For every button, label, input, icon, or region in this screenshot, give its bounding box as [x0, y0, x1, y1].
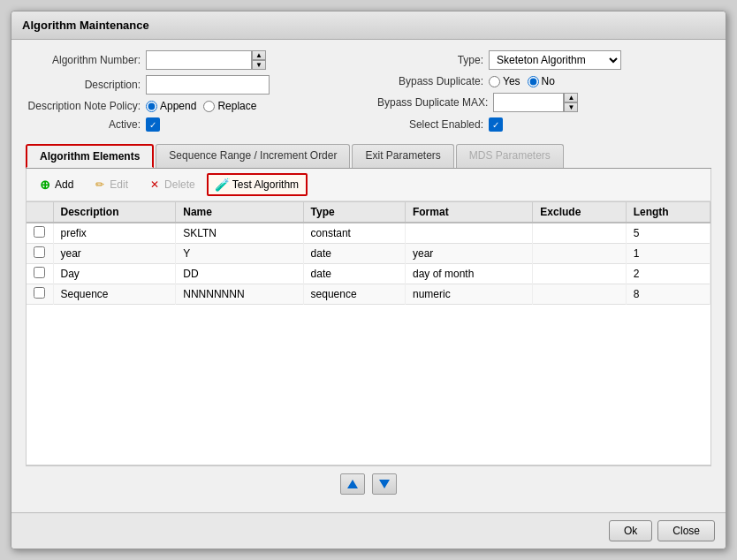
row-1-exclude — [533, 244, 626, 264]
bypass-yes-radio[interactable] — [489, 76, 500, 87]
row-1-length: 1 — [626, 244, 710, 264]
edit-label: Edit — [110, 178, 128, 191]
table-row[interactable]: prefix SKLTN constant 5 — [27, 223, 710, 244]
delete-button[interactable]: ✕ Delete — [140, 174, 203, 195]
description-row: Description: — [26, 75, 360, 95]
table-container: Description Name Type Format Exclude Len… — [26, 201, 711, 465]
col-exclude: Exclude — [533, 202, 626, 223]
algorithm-number-spinner: 20001 ▲ ▼ — [146, 50, 266, 70]
algorithm-number-label: Algorithm Number: — [26, 54, 141, 66]
col-type: Type — [303, 202, 405, 223]
select-enabled-checkbox[interactable]: ✓ — [489, 117, 503, 132]
bypass-duplicate-label: Bypass Duplicate: — [377, 75, 483, 87]
col-description: Description — [53, 202, 176, 223]
row-1-type: date — [303, 244, 405, 264]
algorithm-number-down-btn[interactable]: ▼ — [252, 60, 266, 70]
row-3-type: sequence — [303, 284, 405, 305]
tab-exit-parameters[interactable]: Exit Parameters — [352, 144, 453, 168]
active-checkbox[interactable]: ✓ — [146, 117, 160, 132]
table-row[interactable]: Day DD date day of month 2 — [27, 264, 710, 284]
nav-up-icon — [346, 479, 359, 489]
add-icon: ⊕ — [38, 178, 52, 192]
row-3-checkbox[interactable] — [34, 287, 45, 299]
table-row[interactable]: Sequence NNNNNNNN sequence numeric 8 — [27, 284, 710, 305]
bypass-max-spinner-buttons: ▲ ▼ — [564, 93, 578, 112]
tab-sequence-range[interactable]: Sequence Range / Increment Order — [156, 144, 350, 168]
type-label: Type: — [377, 54, 483, 66]
row-0-format — [405, 223, 532, 244]
active-row: Active: ✓ — [26, 117, 360, 132]
bypass-no-radio[interactable] — [528, 76, 539, 87]
policy-replace-item: Replace — [203, 100, 256, 112]
col-length: Length — [626, 202, 710, 223]
bypass-max-row: Bypass Duplicate MAX: 0 ▲ ▼ — [377, 93, 711, 112]
elements-table: Description Name Type Format Exclude Len… — [27, 202, 710, 305]
col-format: Format — [405, 202, 532, 223]
bypass-yes-item: Yes — [489, 75, 520, 87]
tab-algorithm-elements[interactable]: Algorithm Elements — [26, 144, 154, 168]
form-left: Algorithm Number: 20001 ▲ ▼ Description: — [26, 50, 360, 132]
select-enabled-row: Select Enabled: ✓ — [377, 117, 711, 132]
row-3-format: numeric — [405, 284, 532, 305]
row-0-description: prefix — [53, 223, 176, 244]
bypass-max-input[interactable]: 0 — [493, 93, 564, 112]
policy-replace-radio[interactable] — [203, 101, 215, 112]
bypass-max-spinner: 0 ▲ ▼ — [493, 93, 578, 112]
row-0-type: constant — [303, 223, 405, 244]
active-label: Active: — [26, 118, 141, 131]
nav-down-button[interactable] — [372, 473, 397, 495]
row-3-name: NNNNNNNN — [176, 284, 303, 305]
row-3-description: Sequence — [53, 284, 176, 305]
close-button[interactable]: Close — [657, 520, 715, 541]
bypass-yes-label: Yes — [503, 75, 520, 87]
ok-button[interactable]: Ok — [609, 520, 652, 541]
bypass-max-down-btn[interactable]: ▼ — [564, 102, 578, 112]
policy-append-item: Append — [146, 100, 196, 112]
description-input[interactable] — [146, 75, 270, 95]
row-3-exclude — [533, 284, 626, 305]
row-2-format: day of month — [405, 264, 532, 284]
row-2-checkbox[interactable] — [34, 267, 45, 278]
description-label: Description: — [26, 79, 141, 91]
test-algorithm-button[interactable]: 🧪 Test Algorithm — [207, 173, 308, 196]
description-note-policy-label: Description Note Policy: — [26, 100, 141, 112]
row-1-description: year — [53, 244, 176, 264]
description-note-policy-row: Description Note Policy: Append Replace — [26, 100, 360, 112]
col-checkbox — [27, 202, 53, 223]
test-algorithm-label: Test Algorithm — [232, 178, 299, 191]
row-0-name: SKLTN — [176, 223, 303, 244]
bypass-no-label: No — [542, 75, 555, 87]
select-enabled-label: Select Enabled: — [377, 118, 483, 131]
policy-radio-group: Append Replace — [146, 100, 256, 112]
algorithm-number-up-btn[interactable]: ▲ — [252, 50, 266, 60]
policy-append-label: Append — [160, 100, 196, 112]
table-row[interactable]: year Y date year 1 — [27, 244, 710, 264]
policy-append-radio[interactable] — [146, 101, 157, 112]
add-button[interactable]: ⊕ Add — [30, 174, 81, 195]
row-2-length: 2 — [626, 264, 710, 284]
toolbar: ⊕ Add ✏ Edit ✕ Delete 🧪 Test Algorithm — [26, 169, 711, 201]
type-row: Type: Sketeton Algorithm — [377, 50, 711, 70]
type-select[interactable]: Sketeton Algorithm — [489, 50, 621, 70]
policy-replace-label: Replace — [217, 100, 256, 112]
tabs-bar: Algorithm Elements Sequence Range / Incr… — [26, 144, 711, 169]
row-0-checkbox[interactable] — [34, 226, 45, 238]
dialog-title: Algorithm Maintenance — [11, 11, 726, 40]
dialog-footer: Ok Close — [11, 512, 726, 549]
row-1-checkbox[interactable] — [34, 246, 45, 258]
col-name: Name — [176, 202, 303, 223]
nav-up-button[interactable] — [340, 473, 365, 495]
edit-icon: ✏ — [93, 178, 107, 192]
tab-mds-parameters: MDS Parameters — [456, 144, 564, 168]
table-header: Description Name Type Format Exclude Len… — [27, 202, 710, 223]
algorithm-number-input[interactable]: 20001 — [146, 50, 252, 70]
bottom-nav — [26, 465, 711, 502]
delete-icon: ✕ — [148, 178, 162, 192]
row-2-name: DD — [176, 264, 303, 284]
table-body: prefix SKLTN constant 5 year Y date year — [27, 223, 710, 305]
dialog-body: Algorithm Number: 20001 ▲ ▼ Description: — [11, 40, 726, 512]
bypass-max-up-btn[interactable]: ▲ — [564, 93, 578, 102]
edit-button[interactable]: ✏ Edit — [85, 174, 136, 195]
bypass-no-item: No — [528, 75, 555, 87]
form-right: Type: Sketeton Algorithm Bypass Duplicat… — [377, 50, 711, 132]
